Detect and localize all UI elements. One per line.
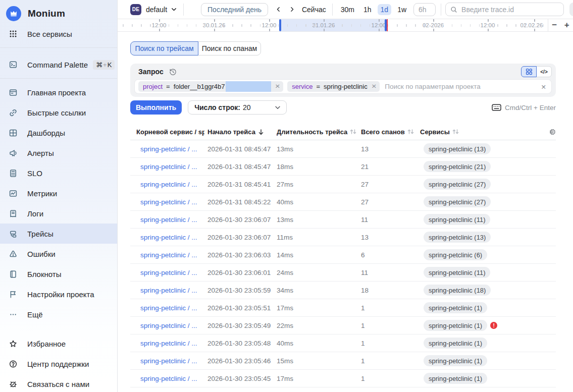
trace-duration-cell: 27ms [277, 181, 361, 188]
trace-link[interactable]: spring-petclinic / ... [140, 198, 197, 206]
service-chip[interactable]: spring-petclinic (1) [424, 373, 487, 384]
trace-start-cell: 2026-01-30 23:06:03 [207, 251, 277, 259]
chart-icon [9, 189, 17, 197]
trace-search-input[interactable]: Введите trace.id [445, 3, 564, 16]
sidebar-nav: Главная проектаБыстрые ссылкиДашбордыАле… [0, 82, 117, 324]
time-forward-button[interactable] [288, 5, 296, 14]
trace-link[interactable]: spring-petclinic / ... [140, 357, 197, 365]
sidebar-item-logs[interactable]: Логи [0, 203, 117, 223]
service-chip[interactable]: spring-petclinic (27) [424, 196, 491, 207]
sidebar-footer-item-support[interactable]: Центр поддержки [0, 354, 117, 374]
time-preset-button[interactable]: Последний день [201, 3, 268, 16]
topbar: DE default Последний день Сейчас 30m1h1d… [118, 0, 573, 19]
trace-link[interactable]: spring-petclinic / ... [140, 322, 197, 329]
logs-icon [9, 209, 17, 217]
trace-duration-cell: 17ms [277, 375, 361, 382]
service-chip[interactable]: spring-petclinic (1) [424, 320, 487, 331]
trace-link[interactable]: spring-petclinic / ... [140, 287, 197, 294]
zoom-out-button[interactable]: − [548, 20, 561, 30]
trace-link[interactable]: spring-petclinic / ... [140, 304, 197, 312]
service-chip[interactable]: spring-petclinic (1) [424, 355, 487, 366]
query-filter-input[interactable]: project = folder__b1ggr4b7 ✕ service = s… [134, 79, 552, 94]
clear-query-icon[interactable]: ✕ [541, 83, 546, 90]
custom-range-input[interactable]: 6h [413, 3, 436, 16]
sidebar-item-traces[interactable]: Трейсы [0, 223, 117, 244]
service-chip[interactable]: spring-petclinic (1) [424, 338, 487, 349]
sidebar-item-metrics[interactable]: Метрики [0, 183, 117, 203]
timeline-scrubber[interactable]: 12:0030.01.2612:0031.01.2612:0002-202612… [118, 19, 573, 32]
timeline-selection-start-handle[interactable] [279, 19, 281, 31]
sidebar-item-alerts[interactable]: Алерты [0, 143, 117, 163]
run-query-button[interactable]: Выполнить [130, 100, 182, 115]
sidebar-item-quick-links[interactable]: Быстрые ссылки [0, 102, 117, 123]
remove-filter-icon[interactable]: ✕ [275, 84, 280, 90]
sidebar-item-project-home[interactable]: Главная проекта [0, 82, 117, 102]
trace-link[interactable]: spring-petclinic / ... [140, 181, 197, 188]
now-button[interactable]: Сейчас [302, 6, 326, 14]
service-chip[interactable]: spring-petclinic (27) [424, 179, 491, 190]
table-row: spring-petclinic / ...2026-01-31 08:45:4… [130, 176, 556, 193]
rows-count-select[interactable]: Число строк: 20 [188, 100, 287, 115]
sort-both-icon [452, 129, 459, 135]
service-chip[interactable]: spring-petclinic (11) [424, 267, 490, 278]
trace-link[interactable]: spring-petclinic / ... [140, 375, 197, 382]
service-chip[interactable]: spring-petclinic (13) [424, 143, 491, 154]
service-chip[interactable]: spring-petclinic (6) [424, 249, 487, 260]
column-header-trace-duration[interactable]: Длительность трейса [277, 128, 361, 136]
range-preset-1h[interactable]: 1h [360, 4, 375, 15]
brand-row[interactable]: Monium [0, 4, 117, 24]
service-chip[interactable]: spring-petclinic (21) [424, 161, 491, 172]
column-header-root-service[interactable]: Корневой сервис / span [130, 128, 204, 136]
trace-link[interactable]: spring-petclinic / ... [140, 163, 197, 171]
column-header-total-spans[interactable]: Всего спанов [361, 128, 420, 136]
trace-link[interactable]: spring-petclinic / ... [140, 145, 197, 153]
sidebar-item-slo[interactable]: SLO [0, 163, 117, 183]
tab-search-by-spans[interactable]: Поиск по спанам [198, 41, 261, 55]
range-preset-1w[interactable]: 1w [394, 4, 409, 15]
table-body: spring-petclinic / ...2026-01-31 08:45:4… [130, 140, 556, 387]
range-preset-1d[interactable]: 1d [378, 4, 392, 15]
column-header-trace-start[interactable]: Начало трейса [207, 128, 277, 136]
time-back-button[interactable] [274, 5, 283, 14]
timeline-tick-label: 02.02.26 [520, 22, 543, 28]
filter-chip-project[interactable]: project = folder__b1ggr4b7 ✕ [138, 81, 283, 92]
sidebar-item-all-services[interactable]: Все сервисы [0, 24, 117, 44]
sidebar-item-command-palette[interactable]: Command Palette ⌘+K [0, 54, 117, 75]
builder-view-button[interactable] [521, 66, 537, 77]
sidebar-item-project-settings[interactable]: Настройки проекта [0, 284, 117, 304]
trace-link[interactable]: spring-petclinic / ... [140, 251, 197, 259]
sidebar-footer-item-favorites[interactable]: Избранное [0, 333, 117, 354]
trace-services-cell: spring-petclinic (18) [420, 285, 542, 296]
tab-search-by-traces[interactable]: Поиск по трейсам [130, 41, 198, 55]
sidebar-item-dashboards[interactable]: Дашборды [0, 123, 117, 143]
service-chip[interactable]: spring-petclinic (18) [424, 285, 491, 296]
range-preset-30m[interactable]: 30m [338, 4, 357, 15]
remove-filter-icon[interactable]: ✕ [371, 84, 377, 90]
sidebar-item-errors[interactable]: Ошибки [0, 244, 117, 264]
timeline-tick-label: 12:00 [481, 22, 495, 28]
sidebar-item-more[interactable]: Ещё [0, 304, 117, 324]
sidebar-item-notebooks[interactable]: Блокноты [0, 264, 117, 284]
trace-link[interactable]: spring-petclinic / ... [140, 269, 197, 276]
topbar-divider [441, 4, 441, 16]
column-header-services[interactable]: Сервисы [420, 128, 459, 136]
trace-spans-cell: 6 [361, 251, 420, 259]
trace-link[interactable]: spring-petclinic / ... [140, 340, 197, 347]
code-view-button[interactable]: </> [536, 66, 552, 77]
query-history-icon[interactable] [169, 68, 177, 76]
trace-link[interactable]: spring-petclinic / ... [140, 234, 197, 241]
sidebar-footer-item-contact[interactable]: Связаться с нами [0, 374, 117, 392]
trace-start-cell: 2026-01-30 23:06:07 [207, 234, 277, 241]
service-chip[interactable]: spring-petclinic (13) [424, 232, 491, 243]
trace-start-cell: 2026-01-30 23:05:51 [207, 304, 277, 312]
project-switcher[interactable]: DE default [130, 4, 177, 15]
table-settings-gear-icon[interactable] [548, 128, 556, 136]
topbar-divider [183, 4, 184, 16]
service-chip[interactable]: spring-petclinic (11) [424, 214, 490, 225]
filter-chip-service[interactable]: service = spring-petclinic ✕ [287, 81, 380, 92]
service-chip[interactable]: spring-petclinic (1) [424, 302, 487, 313]
corner-button[interactable] [569, 3, 573, 16]
trace-link[interactable]: spring-petclinic / ... [140, 216, 197, 223]
zoom-in-button[interactable]: + [561, 20, 573, 30]
table-row: spring-petclinic / ...2026-01-30 23:05:4… [130, 317, 556, 334]
